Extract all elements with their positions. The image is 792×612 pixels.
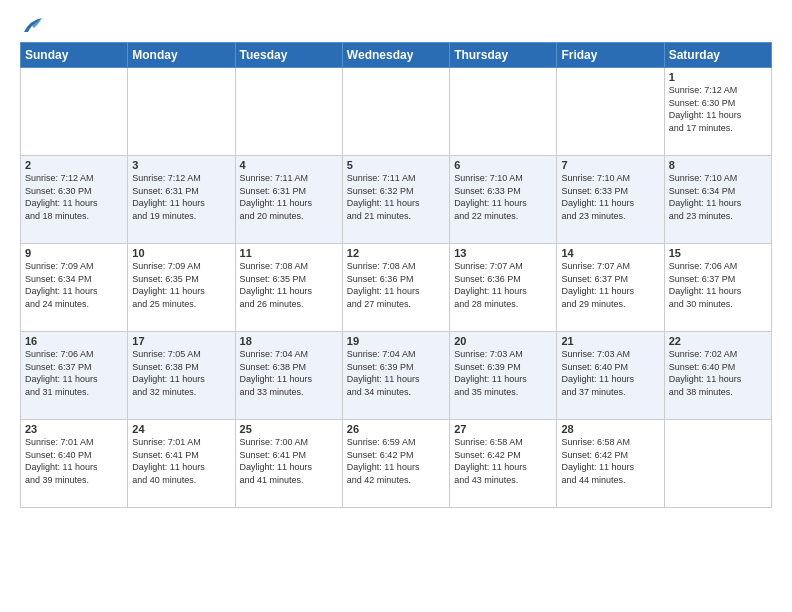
- day-info: Sunrise: 7:11 AM Sunset: 6:32 PM Dayligh…: [347, 172, 445, 222]
- calendar-cell: 26Sunrise: 6:59 AM Sunset: 6:42 PM Dayli…: [342, 420, 449, 508]
- calendar-cell: [450, 68, 557, 156]
- page: SundayMondayTuesdayWednesdayThursdayFrid…: [0, 0, 792, 612]
- calendar-header-row: SundayMondayTuesdayWednesdayThursdayFrid…: [21, 43, 772, 68]
- calendar-cell: 4Sunrise: 7:11 AM Sunset: 6:31 PM Daylig…: [235, 156, 342, 244]
- calendar-cell: 7Sunrise: 7:10 AM Sunset: 6:33 PM Daylig…: [557, 156, 664, 244]
- day-info: Sunrise: 7:10 AM Sunset: 6:33 PM Dayligh…: [454, 172, 552, 222]
- day-number: 15: [669, 247, 767, 259]
- week-row-0: 1Sunrise: 7:12 AM Sunset: 6:30 PM Daylig…: [21, 68, 772, 156]
- calendar: SundayMondayTuesdayWednesdayThursdayFrid…: [20, 42, 772, 508]
- day-info: Sunrise: 7:04 AM Sunset: 6:38 PM Dayligh…: [240, 348, 338, 398]
- day-info: Sunrise: 7:09 AM Sunset: 6:34 PM Dayligh…: [25, 260, 123, 310]
- day-info: Sunrise: 7:12 AM Sunset: 6:30 PM Dayligh…: [25, 172, 123, 222]
- calendar-cell: [21, 68, 128, 156]
- day-info: Sunrise: 7:04 AM Sunset: 6:39 PM Dayligh…: [347, 348, 445, 398]
- calendar-cell: 25Sunrise: 7:00 AM Sunset: 6:41 PM Dayli…: [235, 420, 342, 508]
- col-header-monday: Monday: [128, 43, 235, 68]
- calendar-cell: 18Sunrise: 7:04 AM Sunset: 6:38 PM Dayli…: [235, 332, 342, 420]
- day-number: 16: [25, 335, 123, 347]
- day-info: Sunrise: 7:09 AM Sunset: 6:35 PM Dayligh…: [132, 260, 230, 310]
- calendar-cell: 15Sunrise: 7:06 AM Sunset: 6:37 PM Dayli…: [664, 244, 771, 332]
- day-number: 24: [132, 423, 230, 435]
- calendar-cell: 14Sunrise: 7:07 AM Sunset: 6:37 PM Dayli…: [557, 244, 664, 332]
- calendar-cell: 1Sunrise: 7:12 AM Sunset: 6:30 PM Daylig…: [664, 68, 771, 156]
- calendar-cell: 24Sunrise: 7:01 AM Sunset: 6:41 PM Dayli…: [128, 420, 235, 508]
- logo-bird-icon: [22, 16, 44, 34]
- day-number: 7: [561, 159, 659, 171]
- calendar-cell: 2Sunrise: 7:12 AM Sunset: 6:30 PM Daylig…: [21, 156, 128, 244]
- day-number: 23: [25, 423, 123, 435]
- calendar-cell: 3Sunrise: 7:12 AM Sunset: 6:31 PM Daylig…: [128, 156, 235, 244]
- day-info: Sunrise: 7:05 AM Sunset: 6:38 PM Dayligh…: [132, 348, 230, 398]
- day-number: 18: [240, 335, 338, 347]
- calendar-cell: [557, 68, 664, 156]
- day-number: 9: [25, 247, 123, 259]
- day-number: 25: [240, 423, 338, 435]
- day-info: Sunrise: 6:59 AM Sunset: 6:42 PM Dayligh…: [347, 436, 445, 486]
- calendar-cell: 16Sunrise: 7:06 AM Sunset: 6:37 PM Dayli…: [21, 332, 128, 420]
- calendar-cell: 9Sunrise: 7:09 AM Sunset: 6:34 PM Daylig…: [21, 244, 128, 332]
- col-header-wednesday: Wednesday: [342, 43, 449, 68]
- day-number: 19: [347, 335, 445, 347]
- calendar-cell: 23Sunrise: 7:01 AM Sunset: 6:40 PM Dayli…: [21, 420, 128, 508]
- calendar-cell: 8Sunrise: 7:10 AM Sunset: 6:34 PM Daylig…: [664, 156, 771, 244]
- day-info: Sunrise: 6:58 AM Sunset: 6:42 PM Dayligh…: [454, 436, 552, 486]
- day-info: Sunrise: 7:12 AM Sunset: 6:30 PM Dayligh…: [669, 84, 767, 134]
- week-row-3: 16Sunrise: 7:06 AM Sunset: 6:37 PM Dayli…: [21, 332, 772, 420]
- col-header-saturday: Saturday: [664, 43, 771, 68]
- day-info: Sunrise: 7:03 AM Sunset: 6:39 PM Dayligh…: [454, 348, 552, 398]
- day-number: 4: [240, 159, 338, 171]
- day-number: 28: [561, 423, 659, 435]
- day-info: Sunrise: 7:06 AM Sunset: 6:37 PM Dayligh…: [669, 260, 767, 310]
- day-info: Sunrise: 7:08 AM Sunset: 6:36 PM Dayligh…: [347, 260, 445, 310]
- day-number: 6: [454, 159, 552, 171]
- col-header-thursday: Thursday: [450, 43, 557, 68]
- day-info: Sunrise: 7:01 AM Sunset: 6:41 PM Dayligh…: [132, 436, 230, 486]
- calendar-cell: 19Sunrise: 7:04 AM Sunset: 6:39 PM Dayli…: [342, 332, 449, 420]
- day-number: 3: [132, 159, 230, 171]
- calendar-cell: 6Sunrise: 7:10 AM Sunset: 6:33 PM Daylig…: [450, 156, 557, 244]
- day-info: Sunrise: 7:11 AM Sunset: 6:31 PM Dayligh…: [240, 172, 338, 222]
- day-info: Sunrise: 7:10 AM Sunset: 6:33 PM Dayligh…: [561, 172, 659, 222]
- calendar-cell: 17Sunrise: 7:05 AM Sunset: 6:38 PM Dayli…: [128, 332, 235, 420]
- logo-text: [20, 16, 44, 34]
- day-number: 17: [132, 335, 230, 347]
- calendar-cell: 28Sunrise: 6:58 AM Sunset: 6:42 PM Dayli…: [557, 420, 664, 508]
- day-number: 1: [669, 71, 767, 83]
- day-info: Sunrise: 7:07 AM Sunset: 6:37 PM Dayligh…: [561, 260, 659, 310]
- day-number: 12: [347, 247, 445, 259]
- calendar-cell: 11Sunrise: 7:08 AM Sunset: 6:35 PM Dayli…: [235, 244, 342, 332]
- day-number: 8: [669, 159, 767, 171]
- calendar-cell: 10Sunrise: 7:09 AM Sunset: 6:35 PM Dayli…: [128, 244, 235, 332]
- day-number: 21: [561, 335, 659, 347]
- day-info: Sunrise: 7:06 AM Sunset: 6:37 PM Dayligh…: [25, 348, 123, 398]
- day-info: Sunrise: 7:02 AM Sunset: 6:40 PM Dayligh…: [669, 348, 767, 398]
- day-info: Sunrise: 7:01 AM Sunset: 6:40 PM Dayligh…: [25, 436, 123, 486]
- day-info: Sunrise: 6:58 AM Sunset: 6:42 PM Dayligh…: [561, 436, 659, 486]
- day-info: Sunrise: 7:03 AM Sunset: 6:40 PM Dayligh…: [561, 348, 659, 398]
- calendar-cell: [664, 420, 771, 508]
- col-header-friday: Friday: [557, 43, 664, 68]
- day-info: Sunrise: 7:07 AM Sunset: 6:36 PM Dayligh…: [454, 260, 552, 310]
- calendar-cell: 5Sunrise: 7:11 AM Sunset: 6:32 PM Daylig…: [342, 156, 449, 244]
- day-number: 20: [454, 335, 552, 347]
- logo: [20, 16, 44, 32]
- day-info: Sunrise: 7:12 AM Sunset: 6:31 PM Dayligh…: [132, 172, 230, 222]
- week-row-2: 9Sunrise: 7:09 AM Sunset: 6:34 PM Daylig…: [21, 244, 772, 332]
- header: [20, 16, 772, 32]
- col-header-tuesday: Tuesday: [235, 43, 342, 68]
- calendar-cell: 13Sunrise: 7:07 AM Sunset: 6:36 PM Dayli…: [450, 244, 557, 332]
- day-info: Sunrise: 7:00 AM Sunset: 6:41 PM Dayligh…: [240, 436, 338, 486]
- week-row-1: 2Sunrise: 7:12 AM Sunset: 6:30 PM Daylig…: [21, 156, 772, 244]
- day-number: 14: [561, 247, 659, 259]
- day-number: 13: [454, 247, 552, 259]
- day-number: 22: [669, 335, 767, 347]
- day-number: 11: [240, 247, 338, 259]
- week-row-4: 23Sunrise: 7:01 AM Sunset: 6:40 PM Dayli…: [21, 420, 772, 508]
- col-header-sunday: Sunday: [21, 43, 128, 68]
- day-number: 5: [347, 159, 445, 171]
- day-number: 26: [347, 423, 445, 435]
- day-number: 27: [454, 423, 552, 435]
- calendar-cell: [235, 68, 342, 156]
- day-number: 2: [25, 159, 123, 171]
